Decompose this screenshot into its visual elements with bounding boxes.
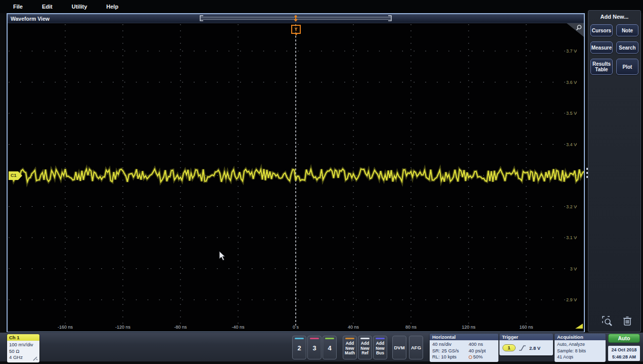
channel1-setting: 50 Ω (9, 348, 37, 355)
channel-4-button[interactable]: 4 (323, 336, 337, 359)
rising-edge-icon (519, 345, 526, 351)
search-button[interactable]: Search (616, 41, 638, 54)
run-mode-auto-button[interactable]: Auto (608, 334, 640, 343)
acquisition-panel[interactable]: Acquisition Auto, Analyze Sample: 8 bits… (555, 334, 606, 362)
x-axis-tick-label: 120 ns (462, 325, 475, 330)
channel-color-stripe (360, 338, 370, 339)
button-label: 2 (293, 344, 306, 352)
x-axis-tick-label: 0 s (293, 325, 299, 330)
horizontal-value: RL: 10 kpts (432, 354, 469, 360)
channel-color-stripe (325, 338, 334, 339)
y-axis-tick-label: 3.7 V (557, 49, 577, 54)
button-label: AddNewBus (374, 341, 387, 356)
button-label: AddNewRef (358, 341, 372, 356)
button-label: AddNewMath (343, 341, 356, 356)
x-axis-tick-label: 160 ns (519, 325, 533, 330)
x-axis-tick-label: -80 ns (174, 325, 187, 330)
horizontal-value: 400 ns (469, 341, 483, 348)
y-axis-tick-label: 3.2 V (557, 204, 577, 209)
channel1-badge-settings: 100 mV/div50 Ω4 GHz (7, 341, 39, 362)
waveform-view-title: Waveform View (8, 16, 50, 22)
horizontal-settings: 40 ns/div400 nsSR: 25 GS/s40 ps/ptRL: 10… (430, 340, 498, 362)
y-axis-tick-label: 2.9 V (557, 297, 577, 302)
cursors-button[interactable]: Cursors (590, 24, 613, 36)
horizontal-row: SR: 25 GS/s40 ps/pt (432, 348, 496, 354)
x-axis-tick-label: -120 ns (115, 325, 130, 330)
afg-button[interactable]: AFG (409, 336, 423, 359)
button-label: DVM (393, 345, 406, 350)
acquisition-window-bracket[interactable] (199, 15, 392, 22)
trigger-flag-icon[interactable]: T (291, 25, 301, 34)
plot-area[interactable]: C1 T 3.7 V3.6 V3.5 V3.4 V3.2 V3.1 V3 V2.… (8, 23, 584, 332)
horizontal-header: Horizontal (430, 334, 498, 340)
zoom-select-icon[interactable] (602, 315, 614, 328)
magnifier-icon (575, 24, 582, 31)
date-text: 24 Oct 2018 (608, 346, 640, 353)
trigger-settings: 1 2.8 V (499, 340, 553, 355)
y-axis-tick-label: 3 V (557, 266, 577, 271)
time-text: 5:46:28 AM (608, 353, 640, 360)
trigger-header: Trigger (499, 334, 553, 340)
channel-2-button[interactable]: 2 (292, 336, 306, 359)
trigger-position-marker (294, 16, 298, 22)
acquisition-mode: Auto, Analyze (557, 341, 603, 348)
datetime-display: 24 Oct 2018 5:46:28 AM (608, 346, 640, 361)
trash-icon[interactable] (622, 315, 632, 327)
add-new-bus-button[interactable]: AddNewBus (373, 336, 387, 359)
acquisition-settings: Auto, Analyze Sample: 8 bits 41 Acqs (555, 340, 606, 362)
horizontal-panel[interactable]: Horizontal 40 ns/div400 nsSR: 25 GS/s40 … (430, 334, 498, 362)
probe-icon (33, 356, 38, 361)
button-label: AFG (409, 345, 423, 350)
sidebar-icon-row (588, 314, 640, 328)
channel-color-stripe (295, 338, 304, 339)
channel-color-stripe (376, 338, 385, 339)
channel-color-stripe (310, 338, 319, 339)
channel1-badge-label: Ch 1 (7, 334, 39, 341)
trigger-level: 2.8 V (529, 345, 540, 351)
waveform-view-header[interactable]: Waveform View (8, 14, 584, 23)
note-button[interactable]: Note (616, 24, 638, 36)
horizontal-value: 40 ns/div (432, 341, 469, 348)
horizontal-value: SR: 25 GS/s (432, 348, 469, 354)
plot-button[interactable]: Plot (616, 59, 638, 75)
y-axis-tick-label: 3.6 V (557, 80, 577, 85)
right-sidebar: Add New... CursorsNoteMeasureSearchResul… (588, 10, 641, 332)
menu-bar: FileEditUtilityHelp (0, 0, 643, 13)
expansion-point-icon (469, 355, 472, 359)
horizontal-row: RL: 10 kpts50% (432, 354, 496, 360)
y-axis-tick-label: 3.4 V (557, 142, 577, 147)
menu-item-utility[interactable]: Utility (70, 3, 89, 11)
add-new-ref-button[interactable]: AddNewRef (358, 336, 372, 359)
y-axis-tick-label: 3.1 V (557, 235, 577, 240)
horizontal-value: 40 ps/pt (469, 348, 486, 354)
acquisition-count: 41 Acqs (557, 354, 603, 360)
x-axis-tick-label: 80 ns (405, 325, 417, 330)
add-new-math-button[interactable]: AddNewMath (343, 336, 357, 359)
horizontal-row: 40 ns/div400 ns (432, 341, 496, 348)
y-axis-tick-label: 3.5 V (557, 111, 577, 116)
x-axis-tick-label: -40 ns (232, 325, 244, 330)
menu-item-help[interactable]: Help (104, 3, 120, 11)
results-table-button[interactable]: Results Table (590, 59, 613, 75)
dvm-button[interactable]: DVM (392, 336, 406, 359)
menu-item-edit[interactable]: Edit (40, 3, 55, 11)
trigger-panel[interactable]: Trigger 1 2.8 V (499, 334, 553, 355)
measure-button[interactable]: Measure (590, 41, 613, 54)
channel1-badge[interactable]: Ch 1 100 mV/div50 Ω4 GHz (7, 334, 39, 362)
button-label: 4 (323, 344, 336, 352)
waveform-view: Waveform View C1 T 3.7 V3.6 V3.5 V3.4 V3… (7, 13, 585, 332)
add-new-header: Add New... (588, 14, 640, 20)
channel1-setting: 100 mV/div (9, 342, 37, 348)
bottom-bar: Ch 1 100 mV/div50 Ω4 GHz 234AddNewMathAd… (0, 333, 643, 361)
menu-item-file[interactable]: File (11, 3, 25, 11)
waveform-trace-ch1 (8, 23, 584, 332)
sidebar-button-grid: CursorsNoteMeasureSearchResults TablePlo… (588, 24, 640, 75)
channel-3-button[interactable]: 3 (307, 336, 322, 359)
acquisition-header: Acquisition (555, 334, 606, 340)
x-axis-tick-label: 40 ns (348, 325, 359, 330)
button-label: 3 (308, 344, 321, 352)
acquisition-sample: Sample: 8 bits (557, 348, 603, 354)
trigger-source-badge: 1 (502, 344, 516, 351)
channel-color-stripe (345, 338, 354, 339)
x-axis-tick-label: -160 ns (58, 325, 73, 330)
